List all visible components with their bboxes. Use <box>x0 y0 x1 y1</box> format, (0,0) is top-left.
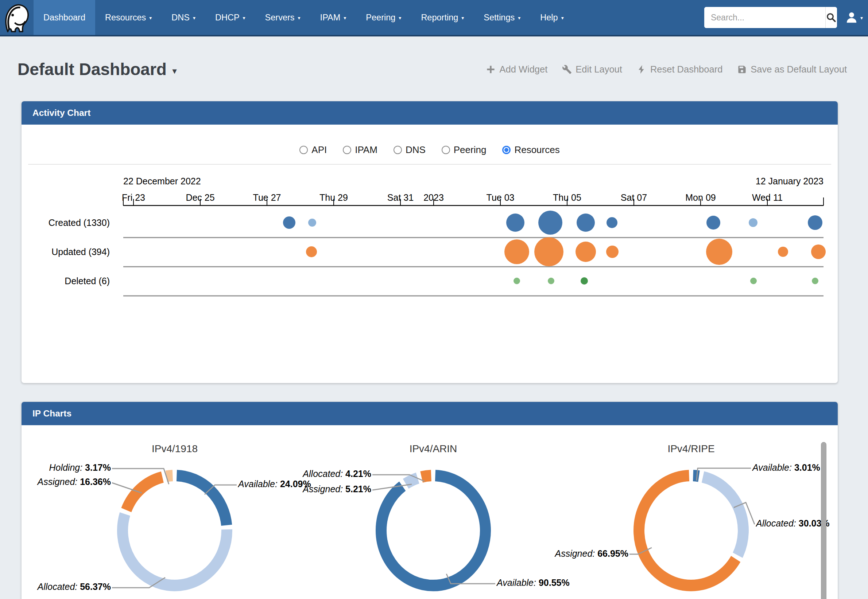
axis-tick-label: Thu 29 <box>320 193 348 203</box>
navbar-spacer <box>574 0 704 35</box>
filter-radio-dns[interactable]: DNS <box>394 144 426 156</box>
axis-tick-label: Fri 23 <box>122 193 145 203</box>
radio-icon[interactable] <box>343 146 351 154</box>
event-bubble[interactable] <box>706 216 720 230</box>
event-bubble[interactable] <box>308 218 316 227</box>
donut-segment-assigned[interactable] <box>126 477 162 510</box>
page-title[interactable]: Default Dashboard ▾ <box>18 59 177 79</box>
donut-label: Available: 24.09% <box>237 479 311 489</box>
radio-selected-icon[interactable] <box>502 146 510 154</box>
event-bubble[interactable] <box>706 239 732 265</box>
donut-segment-available[interactable] <box>381 476 485 585</box>
nav-item-ipam[interactable]: IPAM▾ <box>310 0 356 35</box>
add-widget-button[interactable]: Add Widget <box>486 64 547 75</box>
donut-segment-assigned[interactable] <box>406 478 418 484</box>
nav-item-servers[interactable]: Servers▾ <box>255 0 310 35</box>
chevron-down-icon: ▾ <box>193 15 195 21</box>
bolt-icon <box>637 65 647 74</box>
axis-tick-label: Tue 27 <box>253 193 281 203</box>
event-bubble[interactable] <box>812 278 818 284</box>
nav-item-peering[interactable]: Peering▾ <box>356 0 411 35</box>
donut-label: Holding: 3.17% <box>49 462 111 473</box>
nav-item-label: IPAM <box>320 13 341 23</box>
donut-title: IPv4/1918 <box>152 443 198 455</box>
nav-item-label: Help <box>540 13 558 23</box>
donut-segment-allocated[interactable] <box>703 477 743 555</box>
event-bubble[interactable] <box>811 244 826 259</box>
nav-item-dns[interactable]: DNS▾ <box>162 0 205 35</box>
activity-chart-header[interactable]: Activity Chart <box>21 101 838 125</box>
nav-item-settings[interactable]: Settings▾ <box>474 0 530 35</box>
ip-donut-charts: IPv4/1918Holding: 3.17%Assigned: 16.36%A… <box>21 426 838 599</box>
donut-label: Assigned: 5.21% <box>302 484 371 494</box>
top-navbar: DashboardResources▾DNS▾DHCP▾Servers▾IPAM… <box>0 0 868 36</box>
filter-radio-peering[interactable]: Peering <box>442 144 486 156</box>
event-bubble[interactable] <box>513 278 520 284</box>
user-menu[interactable]: ▾ <box>845 0 863 35</box>
brand-logo[interactable] <box>0 0 33 35</box>
nav-item-resources[interactable]: Resources▾ <box>95 0 162 35</box>
wrench-icon <box>562 65 572 74</box>
event-bubble[interactable] <box>548 278 554 284</box>
nav-item-dhcp[interactable]: DHCP▾ <box>205 0 255 35</box>
donut-segment-available[interactable] <box>693 476 699 476</box>
nav-item-help[interactable]: Help▾ <box>530 0 573 35</box>
event-bubble[interactable] <box>749 218 758 227</box>
axis-tick-label: Tue 03 <box>486 193 515 203</box>
radio-icon[interactable] <box>394 146 402 154</box>
filter-radio-label: IPAM <box>355 144 377 156</box>
event-bubble[interactable] <box>283 217 296 229</box>
reset-dashboard-button[interactable]: Reset Dashboard <box>637 64 723 75</box>
event-bubble[interactable] <box>306 246 317 257</box>
donut-label: Available: 3.01% <box>752 462 820 473</box>
global-search <box>704 7 837 28</box>
event-bubble[interactable] <box>506 214 524 232</box>
event-bubble[interactable] <box>606 245 619 258</box>
activity-filter-radios: APIIPAMDNSPeeringResources <box>21 144 838 156</box>
activity-chart-panel: Activity Chart APIIPAMDNSPeeringResource… <box>21 101 838 383</box>
filter-radio-api[interactable]: API <box>299 144 327 156</box>
event-bubble[interactable] <box>750 278 757 284</box>
timeline-start-label: 22 December 2022 <box>123 176 201 186</box>
filter-radio-label: DNS <box>406 144 426 156</box>
axis-tick-label: Mon 09 <box>685 193 716 203</box>
axis-tick-label: 2023 <box>423 193 444 203</box>
nav-item-label: Servers <box>265 13 295 23</box>
event-bubble[interactable] <box>538 211 562 235</box>
donut-label: Allocated: 30.03% <box>755 518 830 528</box>
donut-segment-allocated[interactable] <box>421 476 432 477</box>
radio-icon[interactable] <box>442 146 450 154</box>
filter-radio-ipam[interactable]: IPAM <box>343 144 377 156</box>
donut-segment-available[interactable] <box>177 476 226 525</box>
search-button[interactable] <box>825 7 837 28</box>
radio-icon[interactable] <box>299 146 308 154</box>
filter-radio-label: API <box>311 144 327 156</box>
timeline-row-label: Created (1330) <box>48 218 110 228</box>
event-bubble[interactable] <box>808 215 823 230</box>
save-as-default-layout-button[interactable]: Save as Default Layout <box>737 64 847 75</box>
event-bubble[interactable] <box>534 237 563 266</box>
event-bubble[interactable] <box>778 247 788 257</box>
chevron-down-icon: ▾ <box>172 66 177 76</box>
edit-layout-button[interactable]: Edit Layout <box>562 64 622 75</box>
donut-segment-allocated[interactable] <box>122 514 227 585</box>
event-bubble[interactable] <box>607 217 617 228</box>
event-bubble[interactable] <box>577 214 595 232</box>
donut-title: IPv4/RIPE <box>667 443 714 455</box>
filter-radio-label: Peering <box>454 144 486 156</box>
activity-timeline-chart: 22 December 202212 January 2023Fri 23Dec… <box>21 165 838 383</box>
vertical-scrollbar-thumb[interactable] <box>821 442 826 599</box>
floppy-icon <box>737 65 747 74</box>
search-input[interactable] <box>704 7 825 28</box>
chevron-down-icon: ▾ <box>399 15 401 21</box>
event-bubble[interactable] <box>575 242 596 262</box>
filter-radio-resources[interactable]: Resources <box>502 144 560 156</box>
nav-item-dashboard[interactable]: Dashboard <box>33 0 95 35</box>
donut-segment-holding[interactable] <box>166 476 172 476</box>
nav-item-label: DNS <box>171 13 190 23</box>
event-bubble[interactable] <box>581 277 588 284</box>
event-bubble[interactable] <box>504 239 529 264</box>
nav-item-reporting[interactable]: Reporting▾ <box>411 0 474 35</box>
activity-chart-title: Activity Chart <box>32 108 91 118</box>
ip-charts-header[interactable]: IP Charts <box>21 402 838 425</box>
